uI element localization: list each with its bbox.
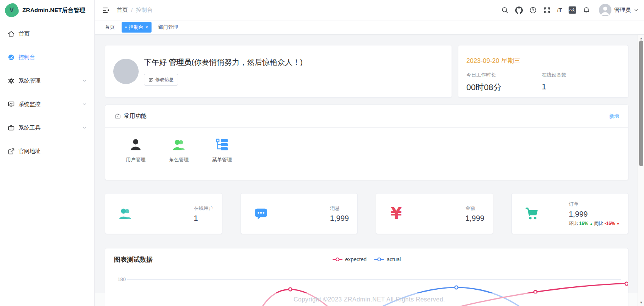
- chevron-down-icon: [82, 78, 87, 83]
- chevron-down-icon: [634, 8, 639, 12]
- feature-user-mgmt[interactable]: 用户管理: [119, 137, 153, 163]
- quick-panel-title: 常用功能: [124, 112, 147, 120]
- roles-icon: [172, 137, 186, 152]
- home-icon: [8, 30, 15, 37]
- fullscreen-icon[interactable]: [543, 6, 551, 14]
- sidebar-item-label: 系统管理: [19, 77, 41, 84]
- logo-letter: V: [9, 6, 14, 14]
- tabbar: 首页 ● 控制台 × 部门管理: [95, 20, 644, 34]
- gear-icon: [8, 77, 15, 84]
- trend-down-icon: ▼: [616, 222, 620, 226]
- quick-functions-card: 常用功能 新增 用户管理 角色管理 菜单管理: [105, 105, 628, 180]
- edit-icon: [148, 77, 153, 82]
- trend-up-icon: ▲: [589, 222, 593, 226]
- y-axis-tick-180: 180: [115, 276, 126, 282]
- breadcrumb: 首页 / 控制台: [117, 6, 153, 14]
- work-duration-value: 00时08分: [466, 82, 542, 93]
- greeting-card: 下午好 管理员(你要悄悄努力，然后惊艳众人！) 修改信息: [105, 45, 452, 98]
- scrollbar-thumb[interactable]: [639, 41, 643, 166]
- breadcrumb-separator: /: [131, 7, 133, 13]
- work-duration-label: 今日工作时长: [466, 72, 542, 78]
- legend-marker-expected: [333, 258, 342, 261]
- stat-value: 1: [194, 214, 214, 223]
- online-users-icon: [118, 206, 133, 221]
- bell-icon[interactable]: [583, 6, 590, 14]
- feature-role-mgmt[interactable]: 角色管理: [162, 137, 196, 163]
- sidebar-item-dashboard[interactable]: 控制台: [0, 45, 94, 69]
- sidebar-fold-icon[interactable]: [102, 6, 110, 14]
- main-area: 首页 / 控制台 tT A文 管理员: [95, 0, 644, 306]
- sidebar: V ZRAdmin.NET后台管理 首页 控制台 系统管理 系统监控: [0, 0, 95, 306]
- breadcrumb-home[interactable]: 首页: [117, 6, 128, 14]
- avatar: [599, 4, 611, 16]
- edit-profile-button[interactable]: 修改信息: [144, 74, 178, 86]
- work-duration-block: 今日工作时长 00时08分: [466, 72, 542, 93]
- message-icon: [253, 206, 269, 221]
- external-link-icon: [8, 148, 15, 155]
- app-title: ZRAdmin.NET后台管理: [22, 6, 85, 14]
- today-info-card: 2023-09-20 星期三 今日工作时长 00时08分 在线设备数 1: [458, 45, 628, 98]
- chevron-down-icon: [82, 125, 87, 130]
- github-icon[interactable]: [515, 6, 523, 14]
- sidebar-item-system-monitor[interactable]: 系统监控: [0, 92, 94, 116]
- translate-icon[interactable]: A文: [569, 6, 576, 14]
- tab-close-icon[interactable]: ×: [145, 25, 148, 30]
- breadcrumb-current: 控制台: [136, 6, 153, 14]
- stat-value: 1,999: [330, 214, 349, 223]
- user-menu[interactable]: 管理员: [599, 4, 639, 16]
- sidebar-item-label: 系统工具: [19, 124, 41, 131]
- chevron-down-icon: [82, 102, 87, 106]
- user-avatar-large[interactable]: [113, 59, 139, 84]
- stats-row: 在线用户 1 消息 1,999 ¥ 金额 1,999: [105, 193, 628, 234]
- stat-value: 1,999: [465, 214, 484, 223]
- feature-menu-mgmt[interactable]: 菜单管理: [205, 137, 239, 163]
- tab-label: 控制台: [129, 24, 144, 31]
- dashboard-icon: [8, 54, 15, 61]
- tab-dept[interactable]: 部门管理: [157, 22, 180, 33]
- font-size-icon[interactable]: tT: [557, 7, 562, 13]
- stat-label: 在线用户: [194, 205, 214, 212]
- greeting-text: 下午好 管理员(你要悄悄努力，然后惊艳众人！): [144, 57, 303, 67]
- sidebar-item-home[interactable]: 首页: [0, 22, 94, 45]
- sidebar-item-system-tools[interactable]: 系统工具: [0, 116, 94, 139]
- legend-marker-actual: [374, 258, 384, 261]
- stat-card-messages: 消息 1,999: [241, 193, 358, 234]
- stat-card-amount: ¥ 金额 1,999: [376, 193, 493, 234]
- greeting-username: 管理员: [169, 58, 192, 66]
- monitor-icon: [8, 101, 15, 108]
- briefcase-icon: [114, 113, 121, 119]
- search-icon[interactable]: [501, 6, 509, 14]
- tab-dashboard[interactable]: ● 控制台 ×: [122, 22, 152, 33]
- stat-trend: 环比 16% ▲ 同比 -16% ▼: [569, 220, 620, 227]
- stat-card-orders: 订单 1,999 环比 16% ▲ 同比 -16% ▼: [511, 193, 629, 234]
- avatar-person-icon: [599, 4, 611, 16]
- help-icon[interactable]: [529, 6, 537, 14]
- sidebar-item-label: 控制台: [19, 54, 35, 61]
- toolbox-icon: [8, 124, 15, 131]
- sidebar-item-label: 官网地址: [19, 148, 41, 155]
- tab-active-dot: ●: [125, 26, 127, 29]
- sidebar-item-system-admin[interactable]: 系统管理: [0, 69, 94, 92]
- scrollbar-up-arrow[interactable]: ▲: [638, 36, 644, 41]
- chart-legend: expected actual: [333, 256, 401, 262]
- chart-title: 图表测试数据: [114, 255, 153, 264]
- stat-label: 消息: [330, 205, 349, 212]
- stat-value: 1,999: [569, 210, 620, 219]
- yen-icon: ¥: [389, 206, 404, 221]
- sidebar-menu: 首页 控制台 系统管理 系统监控 系统工具: [0, 20, 94, 163]
- sidebar-item-website[interactable]: 官网地址: [0, 139, 94, 163]
- tab-home[interactable]: 首页: [103, 22, 116, 33]
- vertical-scrollbar[interactable]: ▲ ▼: [638, 35, 644, 306]
- online-devices-block: 在线设备数 1: [542, 72, 620, 93]
- top-navbar: 首页 / 控制台 tT A文 管理员: [95, 0, 644, 20]
- add-link[interactable]: 新增: [609, 113, 619, 120]
- today-date: 2023-09-20 星期三: [466, 56, 620, 65]
- feature-label: 用户管理: [126, 156, 145, 163]
- legend-item-expected[interactable]: expected: [333, 256, 367, 262]
- feature-label: 菜单管理: [212, 156, 232, 163]
- scrollbar-down-arrow[interactable]: ▼: [638, 300, 644, 305]
- online-devices-value: 1: [542, 82, 620, 92]
- feature-label: 角色管理: [169, 156, 189, 163]
- logo-row[interactable]: V ZRAdmin.NET后台管理: [0, 0, 94, 20]
- legend-item-actual[interactable]: actual: [374, 256, 401, 262]
